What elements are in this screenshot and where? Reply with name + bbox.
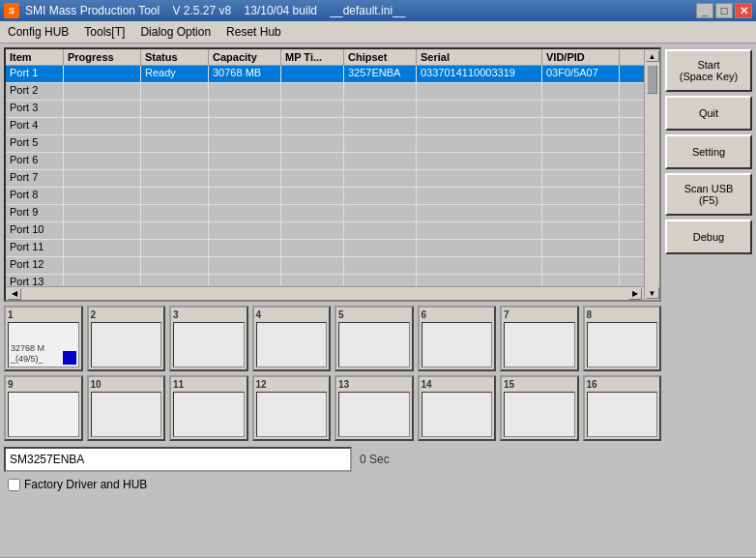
port-inner bbox=[8, 392, 79, 437]
scroll-right-btn[interactable]: ▶ bbox=[628, 288, 642, 300]
app-title: SMI Mass Production Tool V 2.5.27 v8 13/… bbox=[25, 4, 696, 17]
vertical-scrollbar[interactable]: ▲ ▼ bbox=[644, 49, 659, 300]
table-row[interactable]: Port 3 bbox=[6, 101, 644, 118]
port-indicator bbox=[63, 351, 76, 365]
port-inner bbox=[173, 322, 245, 367]
menu-tools[interactable]: Tools[T] bbox=[76, 23, 132, 41]
port-inner bbox=[504, 322, 575, 367]
port-number: 14 bbox=[422, 379, 432, 390]
port-cell[interactable]: 7 bbox=[500, 306, 579, 371]
port-cell[interactable]: 11 bbox=[169, 375, 248, 441]
app-icon: S bbox=[4, 3, 19, 18]
port-cell[interactable]: 4 bbox=[252, 306, 332, 371]
port-inner bbox=[256, 322, 328, 367]
port-grid-row2: 9 10 11 12 13 14 15 bbox=[4, 375, 661, 441]
data-table: Item Progress Status Capacity MP Ti... C… bbox=[6, 49, 644, 300]
port-cell[interactable]: 1 32768 M_(49/5)_ bbox=[4, 306, 83, 371]
port-inner bbox=[91, 392, 162, 437]
port-number: 11 bbox=[173, 379, 184, 390]
maximize-button[interactable]: □ bbox=[715, 3, 733, 18]
table-row[interactable]: Port 4 bbox=[6, 118, 644, 135]
port-info: 32768 M_(49/5)_ bbox=[11, 343, 44, 365]
scroll-thumb[interactable] bbox=[647, 65, 657, 94]
table-row[interactable]: Port 7 bbox=[6, 170, 644, 188]
start-button[interactable]: Start(Space Key) bbox=[665, 49, 752, 92]
port-inner bbox=[504, 392, 575, 437]
table-row[interactable]: Port 10 bbox=[6, 222, 644, 240]
port-inner bbox=[256, 392, 328, 437]
timer-label: 0 Sec bbox=[360, 453, 390, 466]
table-row[interactable]: Port 13 bbox=[6, 275, 644, 286]
port-inner bbox=[422, 392, 493, 437]
port-inner bbox=[91, 322, 162, 367]
checkbox-area: Factory Driver and HUB bbox=[4, 478, 661, 491]
port-inner bbox=[173, 392, 245, 437]
chipset-input[interactable] bbox=[4, 447, 352, 472]
port-number: 12 bbox=[256, 379, 267, 390]
table-row[interactable]: Port 9 bbox=[6, 205, 644, 222]
port-cell[interactable]: 6 bbox=[418, 306, 497, 371]
table-row[interactable]: Port 11 bbox=[6, 240, 644, 257]
port-cell[interactable]: 2 bbox=[87, 306, 166, 371]
port-inner bbox=[422, 322, 493, 367]
menu-reset-hub[interactable]: Reset Hub bbox=[218, 23, 289, 41]
close-button[interactable]: ✕ bbox=[735, 3, 752, 18]
table-header: Item Progress Status Capacity MP Ti... C… bbox=[6, 49, 644, 66]
right-panel: Start(Space Key) Quit Setting Scan USB(F… bbox=[665, 47, 752, 553]
input-area: 0 Sec bbox=[4, 445, 661, 474]
menu-bar: Config HUB Tools[T] Dialog Option Reset … bbox=[0, 21, 756, 44]
port-cell[interactable]: 8 bbox=[583, 306, 662, 371]
scroll-left-btn[interactable]: ◀ bbox=[8, 288, 21, 300]
table-row[interactable]: Port 8 bbox=[6, 188, 644, 205]
port-inner: 32768 M_(49/5)_ bbox=[8, 322, 79, 367]
scroll-up-btn[interactable]: ▲ bbox=[646, 50, 659, 62]
factory-driver-checkbox[interactable] bbox=[8, 479, 20, 491]
col-progress: Progress bbox=[64, 49, 141, 65]
debug-button[interactable]: Debug bbox=[665, 220, 752, 254]
window-controls: _ □ ✕ bbox=[696, 3, 752, 18]
port-number: 9 bbox=[8, 379, 14, 390]
table-body: Port 1 Ready 30768 MB 3257ENBA 033701411… bbox=[6, 66, 644, 286]
port-number: 2 bbox=[91, 309, 97, 320]
left-panel: Item Progress Status Capacity MP Ti... C… bbox=[4, 47, 661, 553]
port-grid-row1: 1 32768 M_(49/5)_ 2 3 4 5 6 7 bbox=[4, 306, 661, 371]
col-status: Status bbox=[141, 49, 209, 65]
port-number: 1 bbox=[8, 309, 14, 320]
port-number: 16 bbox=[587, 379, 597, 390]
quit-button[interactable]: Quit bbox=[665, 96, 752, 131]
port-cell[interactable]: 14 bbox=[418, 375, 497, 441]
factory-driver-label: Factory Driver and HUB bbox=[24, 478, 147, 491]
port-cell[interactable]: 12 bbox=[252, 375, 332, 441]
table-row[interactable]: Port 12 bbox=[6, 257, 644, 275]
port-cell[interactable]: 16 bbox=[583, 375, 662, 441]
port-cell[interactable]: 13 bbox=[334, 375, 414, 441]
col-chipset: Chipset bbox=[344, 49, 417, 65]
port-cell[interactable]: 3 bbox=[169, 306, 248, 371]
table-row[interactable]: Port 5 bbox=[6, 135, 644, 153]
port-cell[interactable]: 5 bbox=[334, 306, 414, 371]
port-inner bbox=[338, 392, 410, 437]
port-number: 6 bbox=[422, 309, 427, 320]
minimize-button[interactable]: _ bbox=[696, 3, 713, 18]
horizontal-scrollbar[interactable]: ◀ ▶ bbox=[6, 286, 644, 300]
port-inner bbox=[587, 322, 658, 367]
port-cell[interactable]: 10 bbox=[87, 375, 166, 441]
port-number: 4 bbox=[256, 309, 262, 320]
table-row[interactable]: Port 1 Ready 30768 MB 3257ENBA 033701411… bbox=[6, 66, 644, 83]
port-number: 7 bbox=[504, 309, 509, 320]
scroll-down-btn[interactable]: ▼ bbox=[646, 287, 659, 299]
setting-button[interactable]: Setting bbox=[665, 134, 752, 169]
menu-config-hub[interactable]: Config HUB bbox=[0, 23, 76, 41]
title-bar: S SMI Mass Production Tool V 2.5.27 v8 1… bbox=[0, 0, 756, 21]
port-cell[interactable]: 15 bbox=[500, 375, 579, 441]
scan-usb-button[interactable]: Scan USB(F5) bbox=[665, 173, 752, 216]
table-row[interactable]: Port 6 bbox=[6, 153, 644, 170]
port-number: 5 bbox=[338, 309, 344, 320]
main-content: Item Progress Status Capacity MP Ti... C… bbox=[0, 44, 756, 557]
col-mpti: MP Ti... bbox=[281, 49, 344, 65]
port-cell[interactable]: 9 bbox=[4, 375, 83, 441]
menu-dialog-option[interactable]: Dialog Option bbox=[132, 23, 218, 41]
port-number: 10 bbox=[91, 379, 102, 390]
port-number: 3 bbox=[173, 309, 179, 320]
table-row[interactable]: Port 2 bbox=[6, 83, 644, 101]
